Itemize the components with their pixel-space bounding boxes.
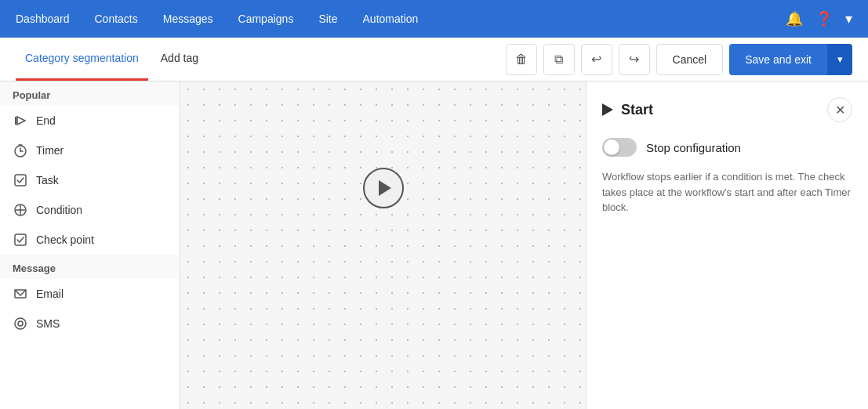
checkpoint-icon (13, 233, 28, 247)
nav-automation[interactable]: Automation (363, 13, 419, 25)
sidebar-popular-label: Popular (0, 81, 180, 106)
sidebar-item-email[interactable]: Email (0, 279, 180, 309)
nav-site[interactable]: Site (318, 13, 337, 25)
save-button-group: Save and exit ▾ (729, 44, 852, 75)
svg-rect-6 (15, 175, 26, 186)
copy-button[interactable]: ⧉ (543, 44, 575, 75)
sidebar-end-label: End (36, 114, 56, 127)
bell-icon[interactable]: 🔔 (786, 10, 803, 27)
svg-marker-1 (17, 117, 25, 125)
email-icon (13, 287, 28, 301)
nav-right: 🔔 ❓ ▾ (786, 10, 852, 27)
panel-title-text: Start (621, 102, 653, 118)
condition-icon (13, 203, 28, 217)
panel-close-button[interactable]: ✕ (827, 97, 852, 122)
save-exit-button[interactable]: Save and exit (729, 44, 827, 75)
timer-icon (13, 143, 28, 157)
sidebar-item-sms[interactable]: SMS (0, 309, 180, 338)
panel-header: Start ✕ (602, 97, 852, 122)
tab-actions: 🗑 ⧉ ↩ ↪ Cancel Save and exit ▾ (506, 44, 852, 75)
sidebar-task-label: Task (36, 174, 59, 186)
nav-campaigns[interactable]: Campaigns (238, 13, 294, 25)
end-icon (13, 114, 28, 128)
sidebar-item-end[interactable]: End (0, 106, 180, 136)
stop-config-label: Stop configuration (646, 141, 741, 154)
sidebar-condition-label: Condition (36, 204, 82, 216)
panel-title: Start (602, 102, 653, 118)
toggle-knob (604, 139, 619, 155)
svg-rect-10 (15, 234, 26, 245)
svg-point-13 (18, 321, 23, 326)
save-dropdown-button[interactable]: ▾ (827, 44, 852, 75)
sidebar-item-condition[interactable]: Condition (0, 195, 180, 225)
top-nav: Dashboard Contacts Messages Campaigns Si… (0, 0, 868, 38)
stop-config-description: Workflow stops earlier if a condition is… (602, 169, 852, 215)
svg-point-12 (15, 318, 26, 329)
nav-messages[interactable]: Messages (163, 13, 213, 25)
right-panel: Start ✕ Stop configuration Workflow stop… (586, 81, 868, 409)
sidebar-item-checkpoint[interactable]: Check point (0, 225, 180, 255)
cancel-button[interactable]: Cancel (656, 44, 724, 75)
nav-dashboard[interactable]: Dashboard (16, 13, 70, 25)
task-icon (13, 173, 28, 187)
sidebar: Popular End Timer (0, 81, 180, 409)
workflow-canvas[interactable] (180, 81, 586, 409)
play-icon (379, 180, 391, 196)
sidebar-item-task[interactable]: Task (0, 165, 180, 195)
sidebar-timer-label: Timer (36, 144, 64, 157)
undo-button[interactable]: ↩ (581, 44, 612, 75)
main-layout: Popular End Timer (0, 81, 868, 409)
help-icon[interactable]: ❓ (815, 10, 833, 27)
tab-add-tag[interactable]: Add tag (151, 38, 208, 81)
tab-bar: Category segmentation Add tag 🗑 ⧉ ↩ ↪ Ca… (0, 38, 868, 81)
sidebar-checkpoint-label: Check point (36, 233, 94, 246)
panel-play-icon (602, 103, 613, 116)
user-menu-icon[interactable]: ▾ (845, 10, 852, 27)
nav-contacts[interactable]: Contacts (95, 13, 138, 25)
stop-config-row: Stop configuration (602, 138, 852, 157)
redo-button[interactable]: ↪ (619, 44, 650, 75)
delete-button[interactable]: 🗑 (506, 44, 537, 75)
svg-rect-0 (15, 117, 16, 125)
stop-config-toggle[interactable] (602, 138, 637, 157)
sidebar-sms-label: SMS (36, 317, 60, 330)
sidebar-message-label: Message (0, 255, 180, 279)
sidebar-email-label: Email (36, 288, 64, 300)
sidebar-item-timer[interactable]: Timer (0, 136, 180, 165)
sms-icon (13, 317, 28, 331)
start-node[interactable] (363, 168, 404, 208)
tab-category-segmentation[interactable]: Category segmentation (16, 38, 148, 81)
